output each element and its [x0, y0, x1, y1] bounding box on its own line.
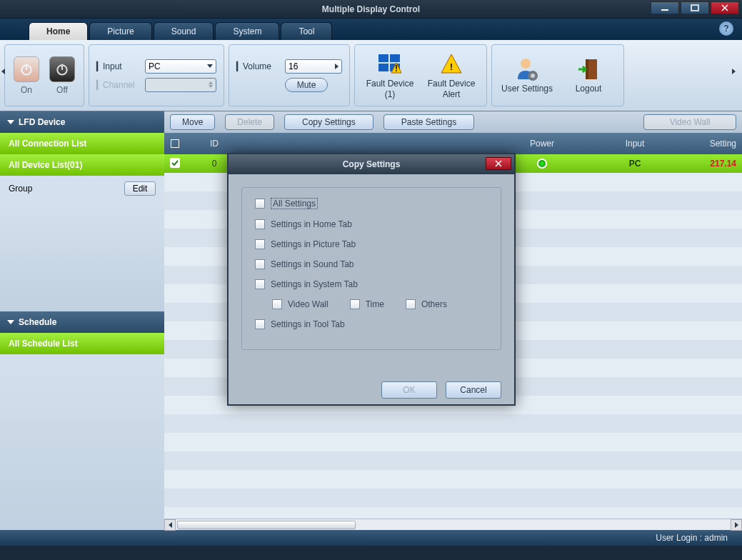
header-power[interactable]: Power — [506, 139, 578, 149]
help-icon[interactable]: ? — [719, 21, 733, 36]
warning-icon: ! — [438, 51, 464, 77]
chk-time[interactable] — [350, 299, 360, 309]
svg-rect-17 — [170, 158, 180, 168]
titlebar: Multiple Display Control — [0, 0, 742, 19]
row-checkbox[interactable] — [164, 158, 186, 170]
fault-device-button[interactable]: ! Fault Device (1) — [362, 51, 418, 99]
lbl-others: Others — [421, 299, 447, 309]
svg-rect-8 — [378, 64, 388, 71]
scroll-right-button[interactable] — [731, 519, 742, 531]
ok-button[interactable]: OK — [381, 381, 437, 399]
status-bar: User Login : admin — [0, 530, 742, 546]
volume-label: ▎Volume — [236, 61, 279, 71]
row-power — [506, 159, 578, 169]
user-group: User Settings Logout — [491, 44, 624, 106]
chk-system-tab[interactable] — [255, 279, 265, 289]
chk-home-tab[interactable] — [255, 219, 265, 229]
ribbon: On Off ▎Input PC ▎Channel ▎Volume 16 Mut… — [0, 40, 742, 111]
copy-settings-button[interactable]: Copy Settings — [284, 114, 373, 130]
lbl-video-wall: Video Wall — [288, 299, 329, 309]
chk-video-wall[interactable] — [272, 299, 282, 309]
chevron-down-icon — [7, 120, 14, 124]
power-off-icon — [49, 56, 75, 82]
header-id[interactable]: ID — [186, 139, 243, 149]
video-wall-button: Video Wall — [643, 114, 736, 130]
user-login-label: User Login : admin — [656, 533, 728, 543]
power-on-label: On — [21, 85, 32, 95]
user-gear-icon — [514, 56, 540, 82]
user-settings-label: User Settings — [501, 84, 553, 94]
power-off-label: Off — [56, 85, 68, 95]
power-on-icon — [14, 56, 39, 82]
input-dropdown[interactable]: PC — [145, 59, 216, 74]
sidebar-header-lfd[interactable]: LFD Device — [0, 111, 164, 133]
svg-rect-6 — [378, 54, 388, 62]
cancel-button[interactable]: Cancel — [446, 381, 501, 399]
dialog-panel: All Settings Settings in Home Tab Settin… — [241, 187, 501, 350]
fault-group: ! Fault Device (1) ! Fault Device Alert — [354, 44, 487, 106]
logout-button[interactable]: Logout — [561, 56, 616, 94]
mute-button[interactable]: Mute — [285, 78, 328, 92]
tab-system[interactable]: System — [215, 22, 279, 40]
sidebar-header-schedule[interactable]: Schedule — [0, 311, 164, 333]
close-button[interactable] — [711, 1, 739, 14]
header-input[interactable]: Input — [578, 139, 692, 149]
chevron-down-icon — [7, 320, 14, 324]
chk-picture-tab[interactable] — [255, 239, 265, 249]
fault-alert-label: Fault Device Alert — [423, 79, 479, 99]
maximize-button[interactable] — [681, 1, 709, 14]
svg-rect-15 — [587, 59, 597, 79]
lbl-tool-tab: Settings in Tool Tab — [271, 319, 345, 329]
lbl-sound-tab: Settings in Sound Tab — [271, 259, 354, 269]
chk-others[interactable] — [406, 299, 416, 309]
logout-door-icon — [576, 56, 601, 82]
power-on-button[interactable]: On — [14, 56, 39, 95]
channel-label: ▎Channel — [96, 80, 139, 90]
lbl-time: Time — [366, 299, 384, 309]
edit-group-button[interactable]: Edit — [124, 181, 156, 196]
svg-text:!: ! — [395, 64, 398, 74]
header-checkbox[interactable] — [164, 139, 186, 148]
input-label: ▎Input — [96, 61, 139, 71]
tabstrip: Home Picture Sound System Tool ? — [0, 19, 742, 40]
ribbon-scroll-right[interactable] — [732, 69, 741, 83]
svg-rect-7 — [390, 54, 400, 62]
lbl-system-tab: Settings in System Tab — [271, 279, 358, 289]
sidebar-item-all-device[interactable]: All Device List(01) — [0, 154, 164, 176]
tab-home[interactable]: Home — [29, 22, 88, 40]
scroll-thumb[interactable] — [177, 521, 356, 529]
move-button[interactable]: Move — [170, 114, 215, 130]
lbl-picture-tab: Settings in Picture Tab — [271, 239, 356, 249]
power-led-icon — [537, 159, 547, 169]
svg-rect-1 — [691, 5, 698, 11]
tab-sound[interactable]: Sound — [154, 22, 214, 40]
svg-rect-0 — [661, 9, 668, 11]
sidebar: LFD Device All Connection List All Devic… — [0, 111, 164, 530]
lbl-home-tab: Settings in Home Tab — [271, 219, 352, 229]
dialog-close-button[interactable] — [486, 157, 511, 170]
tab-tool[interactable]: Tool — [281, 22, 332, 40]
grid-header: ID Power Input Setting — [164, 133, 742, 154]
ribbon-scroll-left[interactable] — [1, 69, 10, 83]
scroll-left-button[interactable] — [164, 519, 176, 531]
svg-point-12 — [521, 59, 531, 69]
power-off-button[interactable]: Off — [49, 56, 75, 95]
input-channel-group: ▎Input PC ▎Channel — [89, 44, 224, 106]
header-setting[interactable]: Setting — [692, 139, 742, 149]
chk-all-settings[interactable] — [255, 199, 265, 209]
volume-stepper[interactable]: 16 — [285, 59, 342, 74]
copy-settings-dialog: Copy Settings All Settings Settings in H… — [227, 153, 516, 406]
scroll-track[interactable] — [176, 520, 731, 530]
fault-alert-button[interactable]: ! Fault Device Alert — [423, 51, 479, 99]
lbl-all-settings: All Settings — [271, 198, 318, 209]
tab-picture[interactable]: Picture — [89, 22, 151, 40]
horizontal-scrollbar[interactable] — [164, 519, 742, 530]
dialog-titlebar[interactable]: Copy Settings — [229, 154, 514, 174]
sidebar-item-all-connection[interactable]: All Connection List — [0, 133, 164, 154]
minimize-button[interactable] — [651, 1, 679, 14]
sidebar-item-all-schedule[interactable]: All Schedule List — [0, 333, 164, 354]
user-settings-button[interactable]: User Settings — [499, 56, 555, 94]
paste-settings-button[interactable]: Paste Settings — [383, 114, 474, 130]
chk-sound-tab[interactable] — [255, 259, 265, 269]
chk-tool-tab[interactable] — [255, 319, 265, 329]
